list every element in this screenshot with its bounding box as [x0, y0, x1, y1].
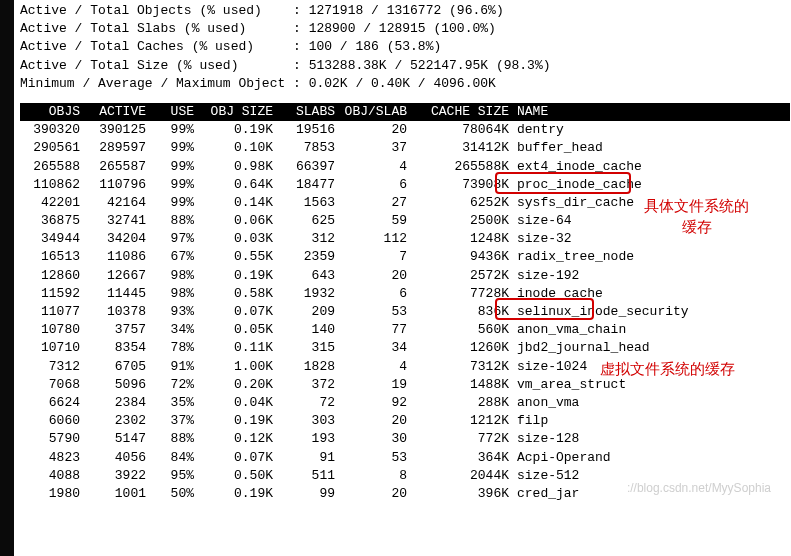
header-use: USE — [150, 103, 198, 121]
cell-name: proc_inode_cache — [513, 176, 791, 194]
cell-name: anon_vma — [513, 394, 791, 412]
table-row: 6060230237%0.19K303201212Kfilp — [20, 412, 791, 430]
cell-use: 99% — [150, 121, 198, 139]
cell-name: Acpi-Operand — [513, 449, 791, 467]
table-row: 128601266798%0.19K643202572Ksize-192 — [20, 267, 791, 285]
cell-name: sysfs_dir_cache — [513, 194, 791, 212]
cell-cache: 265588K — [411, 158, 513, 176]
cell-slabs: 66397 — [277, 158, 339, 176]
cell-objslab: 30 — [339, 430, 411, 448]
cell-objslab: 20 — [339, 267, 411, 285]
cell-slabs: 315 — [277, 339, 339, 357]
cell-objslab: 6 — [339, 285, 411, 303]
cell-use: 91% — [150, 358, 198, 376]
header-name: NAME — [513, 103, 790, 121]
cell-slabs: 193 — [277, 430, 339, 448]
cell-objslab: 20 — [339, 412, 411, 430]
cell-name: size-192 — [513, 267, 791, 285]
cell-active: 11445 — [84, 285, 150, 303]
cell-name: ext4_inode_cache — [513, 158, 791, 176]
cell-slabs: 1563 — [277, 194, 339, 212]
cell-name: size-1024 — [513, 358, 791, 376]
cell-active: 110796 — [84, 176, 150, 194]
table-row: 7312670591%1.00K182847312Ksize-1024 — [20, 358, 791, 376]
cell-use: 99% — [150, 194, 198, 212]
cell-slabs: 1932 — [277, 285, 339, 303]
header-objslab: OBJ/SLAB — [339, 103, 411, 121]
cell-objs: 1980 — [20, 485, 84, 503]
cell-objslab: 37 — [339, 139, 411, 157]
table-row: 165131108667%0.55K235979436Kradix_tree_n… — [20, 248, 791, 266]
table-row: 6624238435%0.04K7292288Kanon_vma — [20, 394, 791, 412]
cell-objslab: 53 — [339, 303, 411, 321]
cell-cache: 1248K — [411, 230, 513, 248]
cell-objslab: 112 — [339, 230, 411, 248]
cell-use: 84% — [150, 449, 198, 467]
cell-cache: 1488K — [411, 376, 513, 394]
table-row: 115921144598%0.58K193267728Kinode_cache — [20, 285, 791, 303]
cell-objslab: 8 — [339, 467, 411, 485]
cell-use: 99% — [150, 176, 198, 194]
cell-objsize: 0.05K — [198, 321, 277, 339]
cell-objsize: 0.19K — [198, 267, 277, 285]
cell-active: 5096 — [84, 376, 150, 394]
cell-active: 289597 — [84, 139, 150, 157]
cell-slabs: 72 — [277, 394, 339, 412]
cell-objsize: 0.19K — [198, 485, 277, 503]
cell-objs: 6624 — [20, 394, 84, 412]
cell-objs: 36875 — [20, 212, 84, 230]
cell-objslab: 27 — [339, 194, 411, 212]
cell-objsize: 0.04K — [198, 394, 277, 412]
cell-objslab: 92 — [339, 394, 411, 412]
cell-use: 88% — [150, 212, 198, 230]
cell-use: 72% — [150, 376, 198, 394]
cell-slabs: 19516 — [277, 121, 339, 139]
cell-use: 99% — [150, 139, 198, 157]
cell-objsize: 0.98K — [198, 158, 277, 176]
table-row: 7068509672%0.20K372191488Kvm_area_struct — [20, 376, 791, 394]
cell-use: 99% — [150, 158, 198, 176]
cell-name: size-128 — [513, 430, 791, 448]
table-row: 5790514788%0.12K19330772Ksize-128 — [20, 430, 791, 448]
cell-use: 93% — [150, 303, 198, 321]
cell-cache: 1212K — [411, 412, 513, 430]
cell-active: 8354 — [84, 339, 150, 357]
cell-cache: 1260K — [411, 339, 513, 357]
cell-slabs: 7853 — [277, 139, 339, 157]
cell-objs: 265588 — [20, 158, 84, 176]
cell-objs: 4088 — [20, 467, 84, 485]
cell-objs: 5790 — [20, 430, 84, 448]
cell-objsize: 0.14K — [198, 194, 277, 212]
cell-active: 5147 — [84, 430, 150, 448]
cell-cache: 78064K — [411, 121, 513, 139]
cell-objsize: 1.00K — [198, 358, 277, 376]
cell-objs: 12860 — [20, 267, 84, 285]
table-row: 4823405684%0.07K9153364KAcpi-Operand — [20, 449, 791, 467]
cell-name: selinux_inode_security — [513, 303, 791, 321]
cell-active: 10378 — [84, 303, 150, 321]
cell-cache: 9436K — [411, 248, 513, 266]
cell-objs: 11592 — [20, 285, 84, 303]
cell-active: 11086 — [84, 248, 150, 266]
header-objsize: OBJ SIZE — [198, 103, 277, 121]
cell-objsize: 0.06K — [198, 212, 277, 230]
cell-objsize: 0.64K — [198, 176, 277, 194]
cell-objslab: 20 — [339, 485, 411, 503]
cell-objs: 16513 — [20, 248, 84, 266]
cell-objsize: 0.11K — [198, 339, 277, 357]
cell-slabs: 643 — [277, 267, 339, 285]
cell-active: 2302 — [84, 412, 150, 430]
cell-use: 88% — [150, 430, 198, 448]
cell-objslab: 4 — [339, 358, 411, 376]
cell-objsize: 0.20K — [198, 376, 277, 394]
cell-cache: 31412K — [411, 139, 513, 157]
cell-slabs: 91 — [277, 449, 339, 467]
cell-objs: 34944 — [20, 230, 84, 248]
cell-slabs: 140 — [277, 321, 339, 339]
cell-objs: 6060 — [20, 412, 84, 430]
cell-objs: 390320 — [20, 121, 84, 139]
cell-name: inode_cache — [513, 285, 791, 303]
watermark: ://blog.csdn.net/MyySophia — [627, 480, 771, 497]
cell-cache: 288K — [411, 394, 513, 412]
terminal-output: Active / Total Objects (% used) : 127191… — [0, 0, 791, 503]
